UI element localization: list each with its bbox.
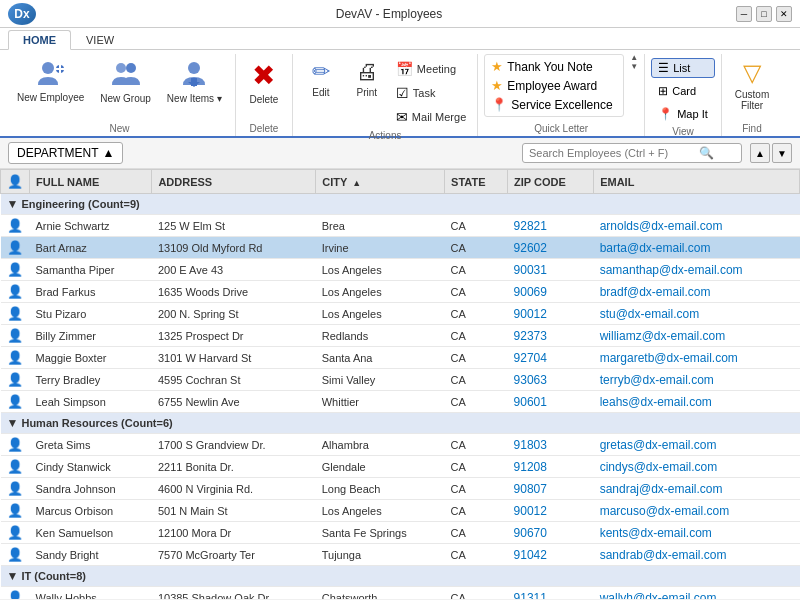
mail-merge-icon: ✉ bbox=[396, 109, 408, 125]
table-header-row: 👤 FULL NAME ADDRESS CITY ▲ STATE ZIP COD… bbox=[1, 170, 800, 194]
table-row[interactable]: 👤 Sandy Bright 7570 McGroarty Ter Tujung… bbox=[1, 544, 800, 566]
new-group-button[interactable]: New Group bbox=[93, 54, 158, 109]
table-row[interactable]: 👤 Marcus Orbison 501 N Main St Los Angel… bbox=[1, 500, 800, 522]
col-address[interactable]: ADDRESS bbox=[152, 170, 316, 194]
nav-down-button[interactable]: ▼ bbox=[772, 143, 792, 163]
email-link[interactable]: leahs@dx-email.com bbox=[600, 395, 712, 409]
zip-link[interactable]: 90670 bbox=[514, 526, 547, 540]
row-city: Irvine bbox=[316, 237, 445, 259]
table-row[interactable]: 👤 Maggie Boxter 3101 W Harvard St Santa … bbox=[1, 347, 800, 369]
table-row[interactable]: 👤 Arnie Schwartz 125 W Elm St Brea CA 92… bbox=[1, 215, 800, 237]
zip-link[interactable]: 93063 bbox=[514, 373, 547, 387]
actions-group-label: Actions bbox=[369, 128, 402, 143]
email-link[interactable]: samanthap@dx-email.com bbox=[600, 263, 743, 277]
row-full-name: Samantha Piper bbox=[30, 259, 152, 281]
map-it-button[interactable]: 📍 Map It bbox=[651, 104, 715, 124]
mail-merge-button[interactable]: ✉ Mail Merge bbox=[391, 106, 471, 128]
zip-link[interactable]: 92821 bbox=[514, 219, 547, 233]
table-row[interactable]: 👤 Leah Simpson 6755 Newlin Ave Whittier … bbox=[1, 391, 800, 413]
email-link[interactable]: margaretb@dx-email.com bbox=[600, 351, 738, 365]
row-person-icon: 👤 bbox=[1, 259, 30, 281]
email-link[interactable]: wallyh@dx-email.com bbox=[600, 591, 717, 600]
email-link[interactable]: barta@dx-email.com bbox=[600, 241, 711, 255]
task-button[interactable]: ☑ Task bbox=[391, 82, 471, 104]
table-row[interactable]: 👤 Sandra Johnson 4600 N Virginia Rd. Lon… bbox=[1, 478, 800, 500]
svg-point-5 bbox=[126, 63, 136, 73]
employee-award-button[interactable]: ★ Employee Award bbox=[489, 76, 619, 95]
group-collapse-icon[interactable]: ▼ bbox=[7, 569, 19, 583]
zip-link[interactable]: 90031 bbox=[514, 263, 547, 277]
zip-link[interactable]: 91042 bbox=[514, 548, 547, 562]
row-person-icon: 👤 bbox=[1, 281, 30, 303]
zip-link[interactable]: 92704 bbox=[514, 351, 547, 365]
zip-link[interactable]: 90012 bbox=[514, 307, 547, 321]
actions-small-btns: 📅 Meeting ☑ Task ✉ Mail Merge bbox=[391, 54, 471, 128]
col-full-name[interactable]: FULL NAME bbox=[30, 170, 152, 194]
edit-button[interactable]: ✏ Edit bbox=[299, 54, 343, 103]
email-link[interactable]: sandrab@dx-email.com bbox=[600, 548, 727, 562]
zip-link[interactable]: 91208 bbox=[514, 460, 547, 474]
row-person-icon: 👤 bbox=[1, 303, 30, 325]
col-city[interactable]: CITY ▲ bbox=[316, 170, 445, 194]
table-row[interactable]: 👤 Ken Samuelson 12100 Mora Dr Santa Fe S… bbox=[1, 522, 800, 544]
tab-home[interactable]: HOME bbox=[8, 30, 71, 50]
email-link[interactable]: stu@dx-email.com bbox=[600, 307, 700, 321]
list-view-button[interactable]: ☰ List bbox=[651, 58, 715, 78]
row-address: 6755 Newlin Ave bbox=[152, 391, 316, 413]
table-row[interactable]: 👤 Samantha Piper 200 E Ave 43 Los Angele… bbox=[1, 259, 800, 281]
email-link[interactable]: marcuso@dx-email.com bbox=[600, 504, 730, 518]
table-row[interactable]: 👤 Greta Sims 1700 S Grandview Dr. Alhamb… bbox=[1, 434, 800, 456]
thank-you-note-button[interactable]: ★ Thank You Note bbox=[489, 57, 619, 76]
table-row[interactable]: 👤 Brad Farkus 1635 Woods Drive Los Angel… bbox=[1, 281, 800, 303]
department-filter-button[interactable]: DEPARTMENT ▲ bbox=[8, 142, 123, 164]
delete-button[interactable]: ✖ Delete bbox=[242, 54, 286, 110]
email-link[interactable]: sandraj@dx-email.com bbox=[600, 482, 723, 496]
zip-link[interactable]: 90807 bbox=[514, 482, 547, 496]
new-items-button[interactable]: New Items ▾ bbox=[160, 54, 229, 109]
zip-link[interactable]: 90069 bbox=[514, 285, 547, 299]
close-button[interactable]: ✕ bbox=[776, 6, 792, 22]
app-logo: Dx bbox=[8, 3, 36, 25]
maximize-button[interactable]: □ bbox=[756, 6, 772, 22]
card-view-button[interactable]: ⊞ Card bbox=[651, 81, 715, 101]
email-link[interactable]: williamz@dx-email.com bbox=[600, 329, 726, 343]
group-collapse-icon[interactable]: ▼ bbox=[7, 416, 19, 430]
custom-filter-button[interactable]: ▽ CustomFilter bbox=[728, 54, 776, 116]
email-link[interactable]: terryb@dx-email.com bbox=[600, 373, 714, 387]
meeting-button[interactable]: 📅 Meeting bbox=[391, 58, 471, 80]
email-link[interactable]: kents@dx-email.com bbox=[600, 526, 712, 540]
zip-link[interactable]: 91803 bbox=[514, 438, 547, 452]
scroll-down-arrow[interactable]: ▼ bbox=[630, 63, 638, 71]
custom-filter-label: CustomFilter bbox=[735, 89, 769, 111]
zip-link[interactable]: 90601 bbox=[514, 395, 547, 409]
search-input[interactable] bbox=[529, 147, 699, 159]
table-row[interactable]: 👤 Wally Hobbs 10385 Shadow Oak Dr Chatsw… bbox=[1, 587, 800, 600]
col-zip[interactable]: ZIP CODE bbox=[508, 170, 594, 194]
table-row[interactable]: 👤 Terry Bradley 4595 Cochran St Simi Val… bbox=[1, 369, 800, 391]
email-link[interactable]: gretas@dx-email.com bbox=[600, 438, 717, 452]
table-row[interactable]: 👤 Cindy Stanwick 2211 Bonita Dr. Glendal… bbox=[1, 456, 800, 478]
print-button[interactable]: 🖨 Print bbox=[345, 54, 389, 103]
scroll-up-arrow[interactable]: ▲ bbox=[630, 54, 638, 62]
zip-link[interactable]: 90012 bbox=[514, 504, 547, 518]
minimize-button[interactable]: ─ bbox=[736, 6, 752, 22]
table-row[interactable]: 👤 Bart Arnaz 13109 Old Myford Rd Irvine … bbox=[1, 237, 800, 259]
new-employee-button[interactable]: New Employee bbox=[10, 54, 91, 108]
tab-view[interactable]: VIEW bbox=[71, 30, 129, 49]
group-collapse-icon[interactable]: ▼ bbox=[7, 197, 19, 211]
col-state[interactable]: STATE bbox=[445, 170, 508, 194]
table-row[interactable]: 👤 Stu Pizaro 200 N. Spring St Los Angele… bbox=[1, 303, 800, 325]
table-row[interactable]: 👤 Billy Zimmer 1325 Prospect Dr Redlands… bbox=[1, 325, 800, 347]
zip-link[interactable]: 92373 bbox=[514, 329, 547, 343]
zip-link[interactable]: 92602 bbox=[514, 241, 547, 255]
email-link[interactable]: cindys@dx-email.com bbox=[600, 460, 718, 474]
nav-up-button[interactable]: ▲ bbox=[750, 143, 770, 163]
service-excellence-button[interactable]: 📍 Service Excellence bbox=[489, 95, 619, 114]
row-state: CA bbox=[445, 325, 508, 347]
row-city: Glendale bbox=[316, 456, 445, 478]
col-email[interactable]: EMAIL bbox=[594, 170, 800, 194]
email-link[interactable]: arnolds@dx-email.com bbox=[600, 219, 723, 233]
zip-link[interactable]: 91311 bbox=[514, 591, 547, 600]
email-link[interactable]: bradf@dx-email.com bbox=[600, 285, 711, 299]
ribbon: New Employee New Group bbox=[0, 50, 800, 138]
